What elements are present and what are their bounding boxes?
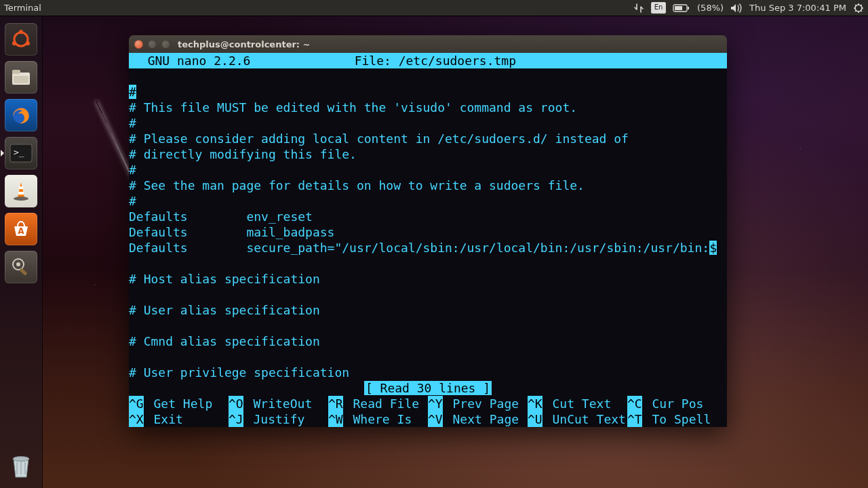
window-title: techplus@controlcenter: ~ (178, 39, 311, 49)
launcher-vlc[interactable] (5, 175, 37, 207)
launcher: >_ A (0, 16, 43, 488)
nano-help-ctrl-t: ^T To Spell (627, 411, 727, 427)
window-minimize-icon[interactable] (148, 40, 157, 49)
nano-help-ctrl-w: ^W Where Is (328, 411, 428, 427)
nano-help-ctrl-o: ^O WriteOut (229, 396, 328, 411)
svg-point-5 (19, 30, 23, 34)
window-titlebar[interactable]: techplus@controlcenter: ~ (129, 35, 727, 53)
svg-rect-9 (12, 70, 20, 74)
launcher-firefox[interactable] (5, 99, 37, 131)
launcher-files[interactable] (5, 61, 37, 94)
nano-file: File: /etc/sudoers.tmp (250, 53, 620, 68)
battery-percent: (58%) (697, 3, 724, 13)
nano-help-ctrl-x: ^X Exit (129, 411, 229, 427)
svg-point-6 (12, 41, 16, 45)
launcher-settings[interactable] (5, 251, 37, 283)
nano-help-ctrl-k: ^K Cut Text (528, 396, 627, 411)
active-app-label[interactable]: Terminal (4, 3, 41, 13)
nano-help-ctrl-j: ^J Justify (229, 411, 328, 427)
svg-point-4 (14, 33, 28, 46)
network-icon[interactable] (633, 3, 644, 14)
session-icon[interactable] (853, 3, 864, 14)
nano-version: GNU nano 2.2.6 (133, 53, 250, 68)
nano-help-ctrl-g: ^G Get Help (129, 396, 229, 411)
top-panel: Terminal En (58%) Thu Sep 3 7:00:41 PM (0, 0, 868, 16)
terminal-window: techplus@controlcenter: ~ GNU nano 2.2.6… (129, 35, 727, 427)
nano-help-ctrl-v: ^V Next Page (428, 411, 528, 427)
terminal-body[interactable]: GNU nano 2.2.6 File: /etc/sudoers.tmp # … (129, 53, 727, 427)
window-close-icon[interactable] (134, 40, 143, 49)
sound-icon[interactable] (730, 3, 743, 13)
nano-help-ctrl-c: ^C Cur Pos (627, 396, 727, 411)
running-pip-icon (1, 150, 4, 157)
svg-rect-1 (688, 7, 689, 9)
svg-point-20 (16, 262, 20, 266)
clock[interactable]: Thu Sep 3 7:00:41 PM (749, 3, 846, 13)
battery-icon[interactable] (673, 3, 690, 13)
svg-rect-16 (18, 192, 24, 195)
svg-marker-14 (18, 182, 24, 197)
nano-help-ctrl-u: ^U UnCut Text (528, 411, 627, 427)
nano-help-bar: ^G Get Help^O WriteOut^R Read File^Y Pre… (129, 396, 727, 427)
svg-point-7 (26, 41, 30, 45)
nano-status: [ Read 30 lines ] (129, 380, 727, 396)
launcher-trash[interactable] (5, 449, 37, 481)
nano-help-ctrl-r: ^R Read File (328, 396, 428, 411)
svg-rect-10 (14, 76, 28, 83)
nano-header: GNU nano 2.2.6 File: /etc/sudoers.tmp (129, 53, 727, 68)
window-maximize-icon[interactable] (161, 40, 170, 49)
launcher-dash[interactable] (5, 23, 37, 56)
nano-help-ctrl-y: ^Y Prev Page (428, 396, 528, 411)
svg-text:A: A (18, 226, 24, 236)
svg-text:>_: >_ (14, 147, 24, 157)
nano-content[interactable]: # # This file MUST be edited with the 'v… (129, 68, 727, 380)
svg-rect-2 (675, 6, 682, 10)
launcher-software-center[interactable]: A (5, 213, 37, 245)
svg-point-22 (13, 457, 29, 462)
svg-point-17 (14, 197, 28, 201)
svg-rect-21 (19, 268, 27, 276)
svg-rect-15 (19, 186, 23, 189)
keyboard-indicator[interactable]: En (651, 2, 666, 14)
launcher-terminal[interactable]: >_ (5, 137, 37, 169)
